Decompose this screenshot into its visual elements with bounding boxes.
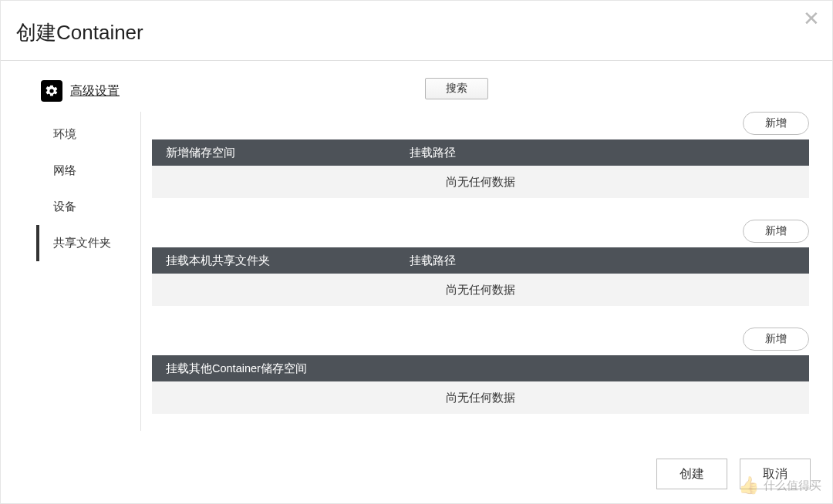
advanced-settings-link[interactable]: 高级设置: [70, 83, 120, 99]
sidebar-item-shared-folder[interactable]: 共享文件夹: [36, 225, 140, 261]
column-header: 挂载路径: [406, 254, 809, 268]
create-container-dialog: 创建Container ✕ 高级设置 搜索 环境 网络 设备 共享文件夹 新增 …: [0, 0, 833, 504]
sidebar-item-network[interactable]: 网络: [36, 153, 140, 189]
section-mount-other-container: 新增 挂载其他Container储存空间 尚无任何数据: [152, 328, 809, 414]
column-header: 挂载其他Container储存空间: [152, 361, 809, 376]
column-header: 挂载本机共享文件夹: [152, 254, 406, 268]
search-button[interactable]: 搜索: [425, 78, 488, 99]
column-header: 挂载路径: [406, 146, 809, 160]
advanced-settings-row: 高级设置: [1, 61, 832, 107]
close-icon[interactable]: ✕: [803, 8, 820, 29]
table-empty-text: 尚无任何数据: [152, 274, 809, 306]
sidebar-item-environment[interactable]: 环境: [36, 116, 140, 153]
dialog-title: 创建Container: [16, 19, 817, 46]
table-header-local-share: 挂载本机共享文件夹 挂载路径: [152, 247, 809, 274]
table-header-other-container: 挂载其他Container储存空间: [152, 355, 809, 381]
table-empty-text: 尚无任何数据: [152, 166, 809, 198]
table-empty-text: 尚无任何数据: [152, 381, 809, 414]
section-new-storage: 新增 新增储存空间 挂载路径 尚无任何数据: [152, 112, 809, 198]
dialog-header: 创建Container ✕: [1, 1, 832, 61]
dialog-body: 环境 网络 设备 共享文件夹 新增 新增储存空间 挂载路径 尚无任何数据 新增: [1, 107, 832, 431]
section-mount-local-share: 新增 挂载本机共享文件夹 挂载路径 尚无任何数据: [152, 220, 809, 306]
create-button[interactable]: 创建: [656, 459, 727, 489]
cancel-button[interactable]: 取消: [740, 459, 811, 489]
sidebar-item-device[interactable]: 设备: [36, 189, 140, 225]
add-other-container-button[interactable]: 新增: [743, 328, 809, 351]
table-header-storage: 新增储存空间 挂载路径: [152, 139, 809, 166]
main-panel: 新增 新增储存空间 挂载路径 尚无任何数据 新增 挂载本机共享文件夹 挂载路径 …: [141, 112, 832, 431]
add-storage-button[interactable]: 新增: [743, 112, 809, 135]
sidebar: 环境 网络 设备 共享文件夹: [36, 112, 141, 431]
gear-icon: [41, 80, 62, 102]
dialog-footer: 创建 取消: [656, 459, 811, 489]
add-local-share-button[interactable]: 新增: [743, 220, 809, 243]
column-header: 新增储存空间: [152, 146, 406, 160]
